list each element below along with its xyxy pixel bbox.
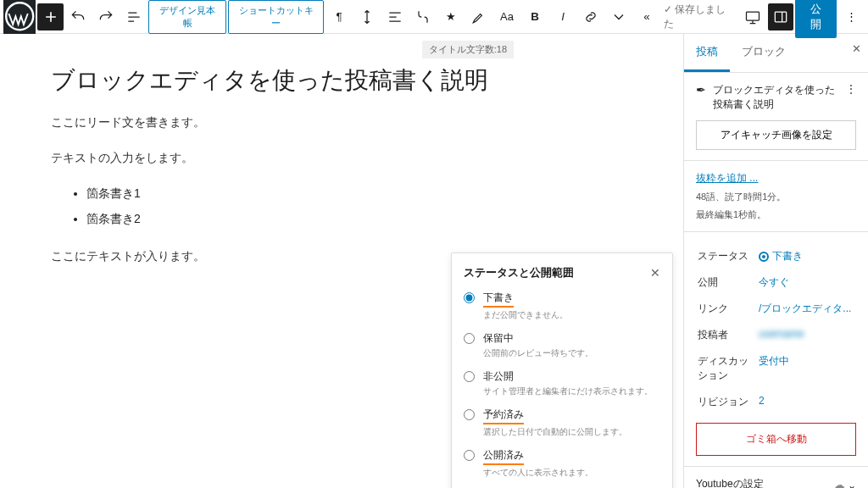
saved-status: ✓ 保存しました bbox=[664, 3, 733, 31]
svg-rect-2 bbox=[775, 12, 786, 22]
italic-icon[interactable]: I bbox=[549, 3, 576, 30]
youtube-panel[interactable]: Youtubeの設定 ☁ ⌄ bbox=[684, 467, 868, 488]
star-icon[interactable]: ★ bbox=[437, 3, 465, 30]
revision-value[interactable]: 2 bbox=[759, 390, 854, 414]
tab-post[interactable]: 投稿 bbox=[684, 34, 730, 72]
link-value[interactable]: /ブロックエディタ... bbox=[759, 297, 854, 321]
status-radio[interactable] bbox=[464, 333, 475, 344]
options-icon[interactable]: ⋮ bbox=[838, 3, 865, 30]
status-option-desc: まだ公開できません。 bbox=[483, 309, 568, 321]
status-option-desc: サイト管理者と編集者にだけ表示されます。 bbox=[483, 385, 653, 397]
list-item[interactable]: 箇条書き1 bbox=[86, 186, 632, 202]
revision-label: リビジョン bbox=[698, 390, 757, 414]
chevron-down-icon: ⌄ bbox=[848, 480, 856, 489]
desktop-view-icon[interactable] bbox=[740, 3, 766, 30]
status-option-desc: 選択した日付で自動的に公開します。 bbox=[483, 426, 627, 438]
author-label: 投稿者 bbox=[698, 323, 757, 347]
status-option-desc: すべての人に表示されます。 bbox=[483, 467, 593, 479]
publish-value[interactable]: 今すぐ bbox=[759, 270, 854, 295]
close-icon[interactable]: ✕ bbox=[650, 266, 660, 280]
discussion-label: ディスカッション bbox=[698, 349, 757, 388]
cloud-icon: ☁ bbox=[833, 478, 845, 489]
status-radio[interactable] bbox=[464, 371, 475, 382]
status-radio[interactable] bbox=[464, 450, 475, 461]
link-icon[interactable] bbox=[577, 3, 604, 30]
move-to-trash-button[interactable]: ゴミ箱へ移動 bbox=[696, 423, 856, 456]
status-value[interactable]: 下書き bbox=[759, 244, 854, 269]
sidebar-toggle-icon[interactable] bbox=[768, 3, 794, 30]
author-value[interactable]: username bbox=[759, 323, 854, 347]
outline-button[interactable] bbox=[120, 3, 147, 30]
status-option[interactable]: 非公開サイト管理者と編集者にだけ表示されます。 bbox=[464, 369, 660, 397]
status-radio[interactable] bbox=[464, 409, 475, 420]
set-featured-image-button[interactable]: アイキャッチ画像を設定 bbox=[696, 120, 856, 150]
collapse-icon[interactable]: « bbox=[633, 3, 660, 30]
top-toolbar: デザイン見本帳 ショートカットキー ¶ ★ Aa B I « ✓ 保存しました … bbox=[0, 0, 868, 34]
redo-button[interactable] bbox=[93, 3, 120, 30]
text-paragraph[interactable]: テキストの入力をします。 bbox=[51, 151, 632, 166]
svg-rect-1 bbox=[747, 12, 760, 20]
settings-sidebar: 投稿 ブロック ✕ ✒ ブロックエディタを使った投稿書く説明 ⋮ アイキャッチ画… bbox=[683, 34, 868, 488]
format-toolbar: ¶ ★ Aa B I « bbox=[326, 3, 660, 30]
bullet-list[interactable]: 箇条書き1 箇条書き2 bbox=[51, 186, 632, 227]
status-option-desc: 公開前のレビュー待ちです。 bbox=[483, 347, 593, 359]
wordpress-logo[interactable] bbox=[3, 0, 36, 34]
close-sidebar-icon[interactable]: ✕ bbox=[852, 42, 861, 55]
word-stats: 48語、読了時間1分。 bbox=[696, 191, 856, 203]
tab-block[interactable]: ブロック bbox=[730, 34, 798, 72]
popover-title: ステータスと公開範囲 bbox=[464, 265, 574, 280]
design-sample-button[interactable]: デザイン見本帳 bbox=[148, 0, 226, 34]
publish-label: 公開 bbox=[698, 270, 757, 295]
sidebar-tabs: 投稿 ブロック ✕ bbox=[684, 34, 868, 73]
status-option-label: 非公開 bbox=[483, 369, 653, 384]
status-label: ステータス bbox=[698, 244, 757, 269]
editor-canvas[interactable]: タイトル文字数:18 ブロックエディタを使った投稿書く説明 ここにリード文を書き… bbox=[0, 34, 683, 488]
list-item[interactable]: 箇条書き2 bbox=[86, 212, 632, 227]
status-option[interactable]: 保留中公開前のレビュー待ちです。 bbox=[464, 331, 660, 359]
status-option-label: 保留中 bbox=[483, 331, 593, 346]
undo-button[interactable] bbox=[65, 3, 92, 30]
status-option-label: 予約済み bbox=[483, 408, 627, 424]
add-excerpt-link[interactable]: 抜粋を追加 ... bbox=[696, 172, 758, 184]
status-option-label: 下書き bbox=[483, 291, 568, 308]
paragraph-icon[interactable]: ¶ bbox=[326, 3, 353, 30]
move-icon[interactable] bbox=[353, 3, 381, 30]
document-icon: ✒ bbox=[696, 83, 706, 97]
last-edit: 最終編集1秒前。 bbox=[696, 208, 856, 221]
highlight-icon[interactable] bbox=[465, 3, 492, 30]
publish-button[interactable]: 公開 bbox=[795, 0, 837, 38]
status-option[interactable]: 下書きまだ公開できません。 bbox=[464, 291, 660, 321]
shortcut-button[interactable]: ショートカットキー bbox=[228, 0, 324, 34]
typography-icon[interactable]: Aa bbox=[493, 3, 520, 30]
status-radio[interactable] bbox=[464, 292, 475, 303]
post-title[interactable]: ブロックエディタを使った投稿書く説明 bbox=[51, 64, 632, 97]
transform-icon[interactable] bbox=[409, 3, 437, 30]
status-option[interactable]: 予約済み選択した日付で自動的に公開します。 bbox=[464, 408, 660, 438]
bold-icon[interactable]: B bbox=[521, 3, 548, 30]
status-option[interactable]: 公開済みすべての人に表示されます。 bbox=[464, 448, 660, 479]
align-icon[interactable] bbox=[381, 3, 409, 30]
lead-paragraph[interactable]: ここにリード文を書きます。 bbox=[51, 115, 632, 130]
doc-options-icon[interactable]: ⋮ bbox=[846, 83, 856, 95]
link-label: リンク bbox=[698, 297, 757, 321]
discussion-value[interactable]: 受付中 bbox=[759, 349, 854, 388]
chevron-down-icon[interactable] bbox=[605, 3, 632, 30]
title-char-count: タイトル文字数:18 bbox=[422, 41, 514, 58]
add-block-button[interactable] bbox=[37, 3, 64, 30]
status-visibility-popover: ステータスと公開範囲 ✕ 下書きまだ公開できません。保留中公開前のレビュー待ちで… bbox=[451, 252, 673, 488]
document-title: ブロックエディタを使った投稿書く説明 bbox=[713, 83, 839, 112]
status-option-label: 公開済み bbox=[483, 448, 593, 465]
